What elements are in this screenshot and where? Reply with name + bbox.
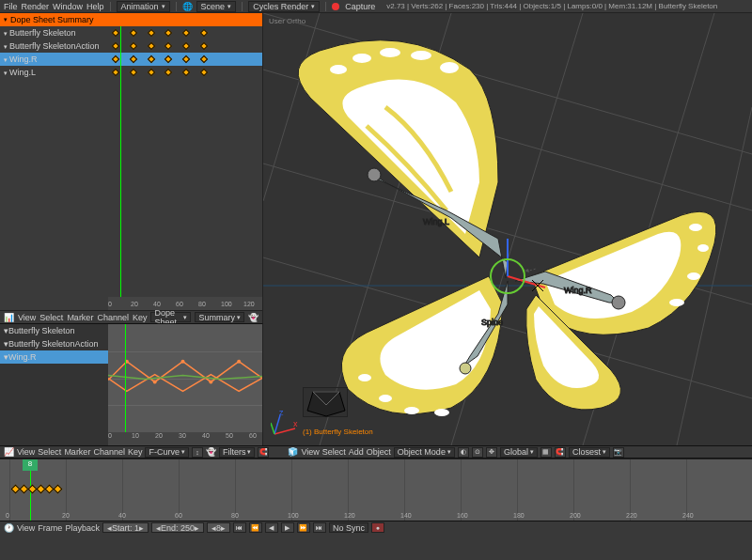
- dope-editor-dropdown[interactable]: Dope Sheet: [150, 312, 191, 322]
- jump-end-button[interactable]: ⏭: [313, 522, 326, 533]
- keyframe[interactable]: [147, 29, 154, 37]
- keyframe[interactable]: [182, 42, 190, 50]
- dope-menu-channel[interactable]: Channel: [97, 313, 129, 322]
- timeline-area[interactable]: 8 020406080100120140160180200220240: [0, 459, 752, 521]
- graph-cursor[interactable]: [125, 324, 126, 432]
- dope-row[interactable]: Butterfly Skeleton: [0, 26, 262, 39]
- keyframe[interactable]: [130, 55, 137, 63]
- scene-dropdown[interactable]: Scene: [196, 1, 237, 12]
- keyframe[interactable]: [130, 42, 137, 50]
- menu-render[interactable]: Render: [22, 2, 50, 11]
- graph-ruler[interactable]: 0102030405060: [108, 432, 262, 445]
- dope-cursor[interactable]: [120, 26, 121, 310]
- keyframe[interactable]: [182, 29, 190, 37]
- keyframe[interactable]: [147, 42, 154, 50]
- menu-help[interactable]: Help: [86, 2, 104, 11]
- keyframe-area[interactable]: [113, 26, 262, 39]
- orient-dropdown[interactable]: Global: [500, 447, 538, 458]
- tl-frame[interactable]: Frame: [38, 523, 62, 533]
- keyframe[interactable]: [164, 42, 172, 50]
- graph-channel-row[interactable]: ▾ Wing.R: [0, 350, 108, 364]
- keyframe[interactable]: [164, 69, 172, 76]
- keyframe[interactable]: [182, 55, 190, 63]
- gm-view[interactable]: View: [17, 447, 35, 457]
- sync-dropdown[interactable]: No Sync: [329, 522, 368, 533]
- dope-mode-dropdown[interactable]: Summary: [195, 312, 244, 322]
- dope-ruler[interactable]: 020406080100120: [108, 297, 262, 310]
- current-frame-field[interactable]: ◂ 8 ▸: [207, 522, 230, 533]
- mode-dropdown[interactable]: Object Mode: [394, 447, 455, 458]
- end-frame-field[interactable]: ◂ End: 250 ▸: [151, 522, 204, 533]
- vp-view[interactable]: View: [301, 447, 319, 457]
- menu-file[interactable]: File: [4, 2, 18, 11]
- keyframe[interactable]: [200, 42, 208, 50]
- vp-editor-icon[interactable]: 🧊: [288, 447, 298, 457]
- ghost-icon[interactable]: 👻: [248, 313, 258, 322]
- manip-icon[interactable]: ✥: [486, 447, 497, 458]
- dope-menu-key[interactable]: Key: [133, 313, 148, 322]
- gm-select[interactable]: Select: [38, 447, 61, 457]
- play-button[interactable]: ▶: [281, 522, 294, 533]
- filters-dropdown[interactable]: Filters: [219, 447, 256, 458]
- graph-plot[interactable]: [108, 324, 262, 432]
- ghost-icon-2[interactable]: 👻: [206, 447, 216, 457]
- tl-playback[interactable]: Playback: [65, 523, 100, 533]
- dope-editor-icon[interactable]: 📊: [4, 313, 14, 322]
- keyframe[interactable]: [200, 29, 208, 37]
- vp-object[interactable]: Object: [367, 447, 391, 457]
- camera-object[interactable]: [303, 387, 348, 417]
- gm-channel[interactable]: Channel: [93, 447, 125, 457]
- gm-marker[interactable]: Marker: [64, 447, 90, 457]
- snap-dropdown[interactable]: Closest: [569, 447, 610, 458]
- snap-icon[interactable]: 🧲: [258, 447, 269, 458]
- menu-window[interactable]: Window: [53, 2, 83, 11]
- tl-view[interactable]: View: [17, 523, 35, 533]
- graph-channel-row[interactable]: ▾ Butterfly Skeleton: [0, 324, 108, 337]
- render-icon[interactable]: 📷: [613, 447, 624, 458]
- keyframe[interactable]: [112, 42, 119, 50]
- keyframe-area[interactable]: [113, 39, 262, 53]
- dope-summary-header[interactable]: Dope Sheet Summary: [0, 13, 262, 26]
- play-reverse-button[interactable]: ◀: [265, 522, 278, 533]
- keyframe[interactable]: [147, 55, 154, 63]
- fcurve-dropdown[interactable]: F-Curve: [145, 447, 189, 458]
- timeline-editor-icon[interactable]: 🕐: [4, 523, 14, 533]
- snap-toggle[interactable]: 🧲: [555, 447, 566, 458]
- keyframe[interactable]: [200, 69, 208, 76]
- dope-menu-view[interactable]: View: [18, 313, 36, 322]
- vp-add[interactable]: Add: [349, 447, 364, 457]
- jump-start-button[interactable]: ⏮: [233, 522, 246, 533]
- dope-row[interactable]: Wing.R: [0, 53, 262, 66]
- normalize-icon[interactable]: ↕: [192, 447, 203, 458]
- timeline-keyframe[interactable]: [54, 485, 63, 494]
- keyframe[interactable]: [182, 69, 190, 76]
- keyframe[interactable]: [112, 29, 119, 37]
- dope-menu-marker[interactable]: Marker: [67, 313, 93, 322]
- keyframe[interactable]: [164, 55, 172, 63]
- engine-dropdown[interactable]: Cycles Render: [248, 1, 320, 12]
- autokey-button[interactable]: ●: [371, 522, 384, 533]
- gm-key[interactable]: Key: [128, 447, 143, 457]
- keyframe[interactable]: [164, 29, 172, 37]
- keyframe[interactable]: [112, 69, 119, 76]
- keyframe-area[interactable]: [113, 53, 262, 66]
- keyframe-area[interactable]: [113, 66, 262, 79]
- start-frame-field[interactable]: ◂ Start: 1 ▸: [102, 522, 149, 533]
- dope-menu-select[interactable]: Select: [39, 313, 63, 322]
- pivot-icon[interactable]: ⊙: [472, 447, 483, 458]
- graph-channel-row[interactable]: ▾ Butterfly SkeletonAction: [0, 337, 108, 350]
- viewport-3d[interactable]: User Ortho: [263, 13, 752, 445]
- keyframe[interactable]: [147, 69, 154, 76]
- graph-editor-icon[interactable]: 📈: [4, 447, 14, 457]
- vp-select[interactable]: Select: [322, 447, 346, 457]
- capture-label[interactable]: Capture: [345, 2, 375, 11]
- next-keyframe-button[interactable]: ⏩: [297, 522, 310, 533]
- dope-row[interactable]: Wing.L: [0, 66, 262, 79]
- keyframe[interactable]: [112, 55, 119, 63]
- layout-dropdown[interactable]: Animation: [117, 1, 170, 12]
- keyframe[interactable]: [130, 29, 137, 37]
- keyframe[interactable]: [200, 55, 208, 63]
- shading-icon[interactable]: ◐: [458, 447, 469, 458]
- layers-icon[interactable]: ▦: [540, 447, 552, 458]
- prev-keyframe-button[interactable]: ⏪: [249, 522, 262, 533]
